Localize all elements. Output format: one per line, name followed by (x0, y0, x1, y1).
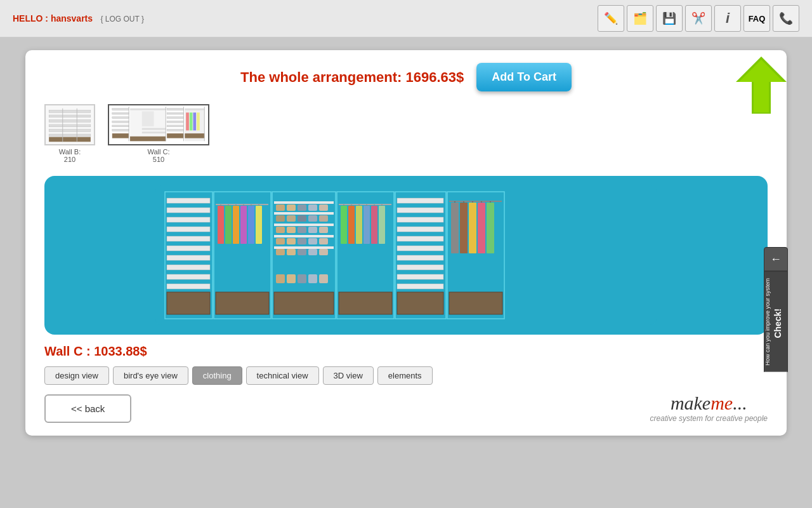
check-back-button[interactable]: ← (764, 247, 788, 271)
svg-rect-126 (397, 208, 443, 213)
tab-clothing[interactable]: clothing (192, 366, 242, 385)
svg-rect-13 (112, 109, 129, 110)
svg-rect-107 (319, 274, 328, 283)
check-label[interactable]: Check! How can you improve your system (764, 271, 788, 372)
tab-3d-view[interactable]: 3D view (323, 366, 374, 385)
svg-rect-84 (319, 215, 328, 222)
tab-design-view[interactable]: design view (44, 366, 109, 385)
svg-rect-9 (49, 137, 91, 142)
svg-rect-105 (298, 274, 306, 283)
svg-rect-89 (308, 227, 317, 233)
info-icon[interactable]: i (714, 5, 741, 32)
svg-rect-103 (276, 274, 285, 283)
svg-rect-23 (142, 128, 166, 130)
wall-c-thumbnail[interactable]: Wall C: 510 (108, 104, 209, 163)
svg-rect-99 (287, 249, 296, 255)
svg-rect-87 (287, 227, 296, 233)
logo-text: makeme... (650, 392, 768, 414)
save-icon[interactable]: 💾 (656, 5, 683, 32)
svg-rect-132 (397, 265, 443, 270)
svg-rect-78 (319, 204, 328, 211)
svg-rect-3 (49, 110, 91, 113)
svg-rect-36 (190, 112, 193, 130)
svg-rect-142 (487, 203, 494, 253)
svg-rect-82 (298, 215, 306, 222)
tab-technical-view[interactable]: technical view (246, 366, 319, 385)
svg-rect-25 (130, 137, 166, 142)
svg-rect-28 (167, 117, 183, 119)
svg-rect-83 (308, 215, 317, 222)
tab-elements[interactable]: elements (377, 366, 433, 385)
svg-rect-50 (167, 236, 210, 241)
logout-link[interactable]: { LOG OUT } (100, 15, 143, 23)
wall-thumbnails: Wall B: 210 (44, 104, 768, 163)
phone-icon[interactable]: 📞 (773, 5, 799, 32)
svg-rect-97 (274, 246, 334, 249)
svg-rect-128 (397, 227, 443, 232)
svg-rect-49 (167, 227, 210, 232)
svg-rect-63 (248, 206, 254, 244)
folder-icon[interactable]: 🗂️ (627, 5, 653, 32)
svg-rect-15 (112, 117, 129, 119)
svg-rect-52 (167, 255, 210, 260)
svg-rect-53 (167, 265, 210, 270)
svg-rect-56 (167, 292, 210, 314)
closet-visualization (54, 185, 758, 325)
svg-rect-46 (167, 198, 210, 203)
svg-rect-125 (397, 198, 443, 203)
svg-rect-138 (451, 203, 459, 253)
svg-rect-135 (397, 292, 443, 314)
svg-rect-26 (167, 109, 183, 110)
svg-rect-101 (308, 249, 317, 255)
svg-rect-148 (449, 292, 502, 314)
logo-subtitle: creative system for creative people (650, 414, 768, 423)
svg-rect-76 (298, 204, 306, 211)
main-viewer (44, 176, 768, 335)
logo-area: makeme... creative system for creative p… (650, 392, 768, 423)
svg-rect-71 (216, 292, 269, 314)
svg-rect-91 (274, 235, 334, 237)
svg-rect-100 (298, 249, 306, 255)
svg-marker-1 (739, 60, 783, 112)
svg-rect-73 (274, 201, 334, 204)
svg-rect-61 (233, 206, 239, 244)
arrow-decoration (736, 57, 780, 107)
back-button[interactable]: << back (44, 394, 131, 423)
svg-rect-47 (167, 208, 210, 213)
svg-rect-37 (193, 112, 196, 130)
svg-rect-86 (276, 227, 285, 233)
svg-rect-35 (186, 112, 189, 130)
svg-rect-112 (348, 206, 355, 244)
svg-rect-79 (274, 212, 334, 215)
tab-birds-eye-view[interactable]: bird's eye view (113, 366, 188, 385)
svg-rect-17 (112, 125, 129, 127)
svg-rect-92 (276, 238, 285, 244)
svg-rect-129 (397, 236, 443, 241)
faq-icon[interactable]: FAQ (743, 5, 770, 32)
svg-rect-60 (225, 206, 232, 244)
svg-rect-80 (276, 215, 285, 222)
svg-rect-8 (49, 134, 91, 137)
svg-rect-51 (167, 246, 210, 251)
wall-b-thumbnail[interactable]: Wall B: 210 (44, 104, 95, 163)
cut-icon[interactable]: ✂️ (685, 5, 712, 32)
svg-rect-116 (379, 206, 385, 244)
svg-rect-94 (298, 238, 306, 244)
svg-rect-113 (356, 206, 362, 244)
svg-rect-55 (167, 284, 210, 289)
svg-rect-133 (397, 274, 443, 279)
price-row: The whole arrangement: 1696.63$ Add To C… (44, 63, 768, 91)
svg-rect-48 (167, 217, 210, 222)
svg-rect-18 (112, 130, 129, 131)
svg-rect-106 (308, 274, 317, 283)
svg-rect-22 (142, 111, 154, 126)
svg-rect-14 (112, 112, 129, 114)
svg-rect-115 (371, 206, 377, 244)
svg-rect-104 (287, 274, 296, 283)
svg-rect-88 (298, 227, 306, 233)
svg-rect-29 (167, 121, 183, 123)
edit-icon[interactable]: ✏️ (598, 5, 624, 32)
svg-rect-95 (308, 238, 317, 244)
svg-rect-93 (287, 238, 296, 244)
add-to-cart-button[interactable]: Add To Cart (476, 63, 572, 91)
